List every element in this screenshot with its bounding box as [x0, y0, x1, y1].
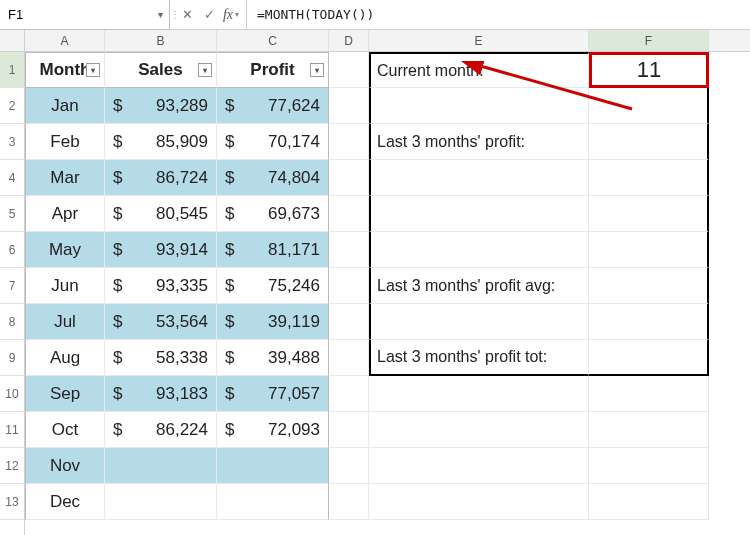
filter-icon[interactable]: ▾ — [310, 63, 324, 77]
cell-f13[interactable] — [589, 484, 709, 520]
cell-empty[interactable] — [329, 340, 369, 376]
cell-f2[interactable] — [589, 88, 709, 124]
table-header-month[interactable]: Month ▾ — [25, 52, 105, 88]
enter-button[interactable]: ✓ — [198, 3, 220, 27]
cell-e6[interactable] — [369, 232, 589, 268]
cell-sales[interactable]: $80,545 — [105, 196, 217, 232]
cell-sales[interactable]: $85,909 — [105, 124, 217, 160]
cell-f11[interactable] — [589, 412, 709, 448]
cell-month[interactable]: Apr — [25, 196, 105, 232]
cell-sales[interactable]: $86,724 — [105, 160, 217, 196]
row-header-5[interactable]: 5 — [0, 196, 24, 232]
row-header-12[interactable]: 12 — [0, 448, 24, 484]
cell-sales[interactable]: $93,289 — [105, 88, 217, 124]
row-header-2[interactable]: 2 — [0, 88, 24, 124]
cell-profit[interactable]: $75,246 — [217, 268, 329, 304]
cell-e1[interactable]: Current month: — [369, 52, 589, 88]
cell-e9[interactable]: Last 3 months' profit tot: — [369, 340, 589, 376]
row-header-10[interactable]: 10 — [0, 376, 24, 412]
cell-empty[interactable] — [329, 124, 369, 160]
cell-f12[interactable] — [589, 448, 709, 484]
cell-empty[interactable] — [329, 196, 369, 232]
col-header-a[interactable]: A — [25, 30, 105, 51]
row-header-1[interactable]: 1 — [0, 52, 24, 88]
cell-f9[interactable] — [589, 340, 709, 376]
cell-month[interactable]: Jun — [25, 268, 105, 304]
select-all-corner[interactable] — [0, 30, 24, 52]
name-box[interactable]: F1 ▾ — [0, 0, 170, 30]
cell-f1-selected[interactable]: 11 — [589, 52, 709, 88]
cell-profit[interactable]: $39,488 — [217, 340, 329, 376]
cell-sales[interactable]: $93,183 — [105, 376, 217, 412]
cell-e8[interactable] — [369, 304, 589, 340]
cell-empty[interactable] — [329, 412, 369, 448]
cell-e10[interactable] — [369, 376, 589, 412]
cell-f4[interactable] — [589, 160, 709, 196]
cell-month[interactable]: May — [25, 232, 105, 268]
table-header-sales[interactable]: Sales ▾ — [105, 52, 217, 88]
cell-empty[interactable] — [329, 484, 369, 520]
cell-f8[interactable] — [589, 304, 709, 340]
col-header-c[interactable]: C — [217, 30, 329, 51]
cell-empty[interactable] — [329, 268, 369, 304]
cell-empty[interactable] — [329, 232, 369, 268]
cell-profit[interactable] — [217, 448, 329, 484]
row-header-3[interactable]: 3 — [0, 124, 24, 160]
cell-f6[interactable] — [589, 232, 709, 268]
filter-icon[interactable]: ▾ — [86, 63, 100, 77]
cell-month[interactable]: Aug — [25, 340, 105, 376]
row-header-7[interactable]: 7 — [0, 268, 24, 304]
cell-profit[interactable]: $77,057 — [217, 376, 329, 412]
chevron-down-icon[interactable]: ▾ — [158, 9, 163, 20]
cell-f7[interactable] — [589, 268, 709, 304]
cell-sales[interactable] — [105, 484, 217, 520]
sheet[interactable]: Month ▾ Sales ▾ Profit ▾ Current month: … — [25, 52, 750, 520]
row-header-8[interactable]: 8 — [0, 304, 24, 340]
cell-d1[interactable] — [329, 52, 369, 88]
cell-month[interactable]: Sep — [25, 376, 105, 412]
cell-f3[interactable] — [589, 124, 709, 160]
cell-empty[interactable] — [329, 448, 369, 484]
cell-e5[interactable] — [369, 196, 589, 232]
cell-sales[interactable]: $53,564 — [105, 304, 217, 340]
cell-month[interactable]: Jan — [25, 88, 105, 124]
cancel-button[interactable]: ✕ — [176, 3, 198, 27]
col-header-d[interactable]: D — [329, 30, 369, 51]
cell-month[interactable]: Dec — [25, 484, 105, 520]
cell-sales[interactable]: $93,335 — [105, 268, 217, 304]
cell-e2[interactable] — [369, 88, 589, 124]
cell-empty[interactable] — [329, 160, 369, 196]
cell-e13[interactable] — [369, 484, 589, 520]
cell-f10[interactable] — [589, 376, 709, 412]
col-header-b[interactable]: B — [105, 30, 217, 51]
cell-empty[interactable] — [329, 376, 369, 412]
cell-f5[interactable] — [589, 196, 709, 232]
row-header-6[interactable]: 6 — [0, 232, 24, 268]
col-header-e[interactable]: E — [369, 30, 589, 51]
cell-profit[interactable] — [217, 484, 329, 520]
cell-e11[interactable] — [369, 412, 589, 448]
cell-month[interactable]: Nov — [25, 448, 105, 484]
cell-month[interactable]: Jul — [25, 304, 105, 340]
cell-month[interactable]: Mar — [25, 160, 105, 196]
row-header-13[interactable]: 13 — [0, 484, 24, 520]
cell-sales[interactable]: $86,224 — [105, 412, 217, 448]
cell-sales[interactable] — [105, 448, 217, 484]
cell-profit[interactable]: $70,174 — [217, 124, 329, 160]
cell-e12[interactable] — [369, 448, 589, 484]
row-header-4[interactable]: 4 — [0, 160, 24, 196]
insert-function-button[interactable]: fx▾ — [220, 3, 242, 27]
cell-profit[interactable]: $77,624 — [217, 88, 329, 124]
cell-profit[interactable]: $39,119 — [217, 304, 329, 340]
cell-empty[interactable] — [329, 304, 369, 340]
table-header-profit[interactable]: Profit ▾ — [217, 52, 329, 88]
cell-sales[interactable]: $93,914 — [105, 232, 217, 268]
cell-profit[interactable]: $81,171 — [217, 232, 329, 268]
cell-empty[interactable] — [329, 88, 369, 124]
cell-profit[interactable]: $69,673 — [217, 196, 329, 232]
cell-e3[interactable]: Last 3 months' profit: — [369, 124, 589, 160]
cell-month[interactable]: Oct — [25, 412, 105, 448]
filter-icon[interactable]: ▾ — [198, 63, 212, 77]
cell-e7[interactable]: Last 3 months' profit avg: — [369, 268, 589, 304]
row-header-11[interactable]: 11 — [0, 412, 24, 448]
